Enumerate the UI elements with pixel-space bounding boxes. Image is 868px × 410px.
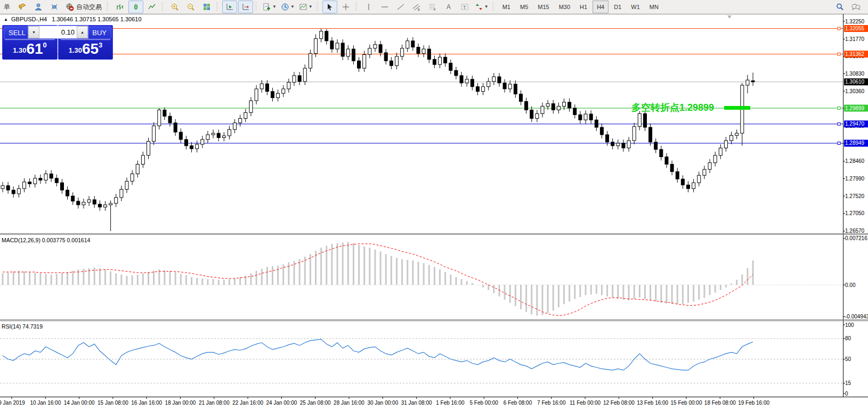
line-chart-icon[interactable] [144,1,159,13]
timeframe-m5[interactable]: M5 [516,1,532,13]
market-watch-icon[interactable] [15,1,30,13]
time-tick-label: 5 Feb 00:00 [470,400,499,406]
horizontal-line-icon[interactable] [377,1,392,13]
toolbar-separator [161,2,164,12]
current-price-badge-text: 1.30610 [845,79,865,85]
rsi-tick-label: 50 [845,356,851,362]
time-tick-label: 18 Feb 08:00 [704,400,736,406]
price-tick-label: 1.27520 [845,193,865,199]
timeframe-m15[interactable]: M15 [533,1,553,13]
time-tick-label: 25 Jan 08:00 [300,400,331,406]
macd-tick-label: 0.00 [845,282,856,288]
hline-marker[interactable] [838,53,840,55]
price-badge-1.31362-text: 1.31362 [845,51,865,57]
price-tick-label: 1.30830 [845,71,865,77]
one-click-trading-panel: SELL 1.30610 BUY 1.30653 ▼ 0.10 ▲ [2,25,112,59]
time-tick-label: 15 Jan 08:00 [98,400,128,406]
macd-label: MACD(12,26,9) 0.003775 0.001614 [2,237,90,243]
chat-icon[interactable] [848,1,863,13]
search-icon[interactable] [832,1,847,13]
toolbar-separator [492,2,495,12]
price-tick-label: 1.28460 [845,158,865,164]
time-tick-label: 11 Feb 00:00 [570,400,601,406]
sell-button[interactable]: SELL [4,27,30,39]
timeframe-d1[interactable]: D1 [610,1,626,13]
timeframe-h1[interactable]: H1 [575,1,591,13]
data-window-icon[interactable] [31,1,46,13]
timeframe-mn[interactable]: MN [645,1,663,13]
hline-marker[interactable] [838,122,840,125]
time-tick-label: 15 Feb 00:00 [671,400,702,406]
svg-text:A: A [447,3,451,11]
trendline-icon[interactable] [393,1,408,13]
price-tick-label: 1.27050 [845,210,865,216]
fibonacci-icon[interactable]: F [425,1,440,13]
time-tick-label: 7 Feb 16:00 [537,400,566,406]
price-tick-label: 1.32250 [845,19,865,24]
price-badge-1.29470-text: 1.29470 [845,121,865,127]
rsi-label: RSI(14) 74.7319 [2,323,43,330]
price-badge-1.29899-text: 1.29899 [845,105,865,111]
chart-title: ▲ GBPUSD-,H4 1.30646 1.30715 1.30565 1.3… [4,16,142,22]
zoom-out-icon[interactable] [183,1,198,13]
buy-button[interactable]: BUY [87,27,111,39]
volume-input[interactable]: 0.10 [39,26,77,38]
crosshair-icon[interactable] [338,1,353,13]
volume-increase-button[interactable]: ▲ [77,26,88,38]
periods-icon[interactable]: ▼ [279,1,296,13]
cursor-icon[interactable] [322,1,337,13]
timeframe-m30[interactable]: M30 [555,1,574,13]
price-tick-label: 1.27990 [845,176,865,182]
sell-underline [5,39,55,40]
text-icon[interactable]: A [441,1,456,13]
template-icon[interactable]: ▼ [297,1,314,13]
chart-window[interactable]: 多空转折点1.298991.322501.317701.313001.30830… [0,14,868,410]
time-tick-label: 22 Jan 16:00 [232,400,263,406]
time-tick-label: 1 Feb 16:00 [436,400,465,406]
bar-chart-icon[interactable] [112,1,127,13]
price-tick-label: 1.30360 [845,88,865,94]
time-tick-label: 24 Jan 00:00 [266,400,297,406]
macd-tick-label: 0.007216 [845,235,867,241]
chart-canvas[interactable]: 多空转折点1.298991.322501.317701.313001.30830… [0,14,868,410]
timeframe-h4[interactable]: H4 [593,1,609,13]
zoom-in-icon[interactable] [167,1,182,13]
auto-scroll-icon[interactable] [222,1,237,13]
macd-signal-line [3,244,753,316]
chart-shift-icon[interactable] [238,1,253,13]
hline-marker[interactable] [838,142,840,144]
collapse-panel-icon[interactable]: ▲ [4,17,8,22]
svg-text:T: T [463,5,466,10]
time-tick-label: 6 Feb 08:00 [504,400,532,406]
time-tick-label: 13 Feb 16:00 [637,400,668,406]
indicators-icon[interactable]: ▼ [261,1,278,13]
toolbar-separator [216,2,219,12]
price-badge-1.32055-text: 1.32055 [845,26,865,31]
volume-decrease-button[interactable]: ▼ [28,26,39,38]
tile-windows-icon[interactable] [199,1,214,13]
toolbar: 单 自动交易 [0,0,868,14]
timeframe-w1[interactable]: W1 [627,1,644,13]
time-tick-label: 18 Jan 00:00 [165,400,196,406]
arrows-icon[interactable]: ▼ [473,1,490,13]
timeframe-m1[interactable]: M1 [498,1,515,13]
price-tick-label: 1.26570 [845,228,865,234]
chart-shift-marker [727,15,732,19]
time-tick-label: 19 Feb 16:00 [738,400,769,406]
hline-marker[interactable] [838,107,840,110]
macd-tick-label: -0.004943 [845,314,868,319]
time-tick-label: 30 Jan 00:00 [367,400,398,406]
vertical-line-icon[interactable] [361,1,376,13]
candlestick-chart-icon[interactable] [128,1,143,13]
candles-series [1,29,755,231]
text-label-icon[interactable]: T [457,1,472,13]
autotrade-button[interactable]: 自动交易 [63,1,104,13]
time-tick-label: 31 Jan 08:00 [401,400,432,406]
equidistant-channel-icon[interactable]: E [409,1,424,13]
annotation-segment[interactable] [724,106,750,110]
new-order-button[interactable]: 单 [0,1,14,13]
annotation-text: 多空转折点1.29899 [631,102,714,113]
navigator-icon[interactable] [47,1,62,13]
hline-marker[interactable] [838,27,840,30]
rsi-line [3,339,753,370]
